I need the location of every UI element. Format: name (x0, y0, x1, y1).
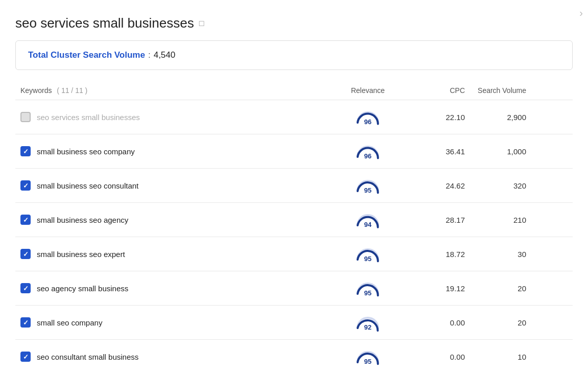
table-row[interactable]: small business seo company 96 36.41 1,00… (15, 134, 573, 169)
keyword-text: seo consultant small business (37, 353, 138, 361)
checkbox[interactable] (20, 112, 31, 122)
keyword-cell: small seo company (15, 317, 332, 328)
gauge-value: 92 (364, 323, 371, 331)
cluster-volume-box: Total Cluster Search Volume : 4,540 (15, 40, 573, 70)
keyword-cell: seo consultant small business (15, 352, 332, 362)
search-volume-cell: 30 (465, 250, 531, 259)
search-volume-cell: 320 (465, 181, 531, 190)
cpc-cell: 0.00 (404, 318, 465, 327)
copy-icon[interactable]: □ (199, 19, 204, 28)
col-header-search-volume: Search Volume (465, 86, 531, 95)
cpc-cell: 36.41 (404, 147, 465, 156)
checkbox[interactable] (20, 317, 31, 328)
search-volume-cell: 20 (465, 284, 531, 293)
col-header-keywords: Keywords ( 11 / 11 ) (15, 86, 332, 95)
page-wrapper: seo services small businesses □ Total Cl… (0, 0, 588, 373)
keyword-cell: small business seo expert (15, 249, 332, 259)
gauge-container: 95 (354, 244, 382, 264)
gauge-container: 92 (354, 313, 382, 332)
search-volume-cell: 10 (465, 353, 531, 361)
relevance-cell: 96 (332, 142, 404, 161)
checkbox[interactable] (20, 352, 31, 362)
cluster-volume-value: 4,540 (154, 50, 176, 60)
col-header-cpc: CPC (404, 86, 465, 95)
table-row[interactable]: small business seo agency 94 28.17 210 (15, 203, 573, 237)
col-header-relevance: Relevance (332, 86, 404, 95)
gauge-container: 95 (354, 347, 382, 366)
gauge-value: 96 (364, 118, 371, 126)
checkbox[interactable] (20, 146, 31, 156)
cpc-cell: 0.00 (404, 353, 465, 361)
page-title: seo services small businesses □ (15, 15, 573, 31)
table-row[interactable]: small business seo consultant 95 24.62 3… (15, 169, 573, 203)
gauge-container: 95 (354, 278, 382, 298)
gauge-container: 94 (354, 210, 382, 229)
table-header: Keywords ( 11 / 11 ) Relevance CPC Searc… (15, 82, 573, 100)
keyword-cell: small business seo company (15, 146, 332, 156)
keyword-text: small business seo company (37, 147, 135, 156)
gauge-value: 95 (364, 186, 371, 194)
checkbox[interactable] (20, 249, 31, 259)
table-row[interactable]: seo agency small business 95 19.12 20 (15, 271, 573, 306)
keyword-cell: seo services small businesses (15, 112, 332, 122)
search-volume-cell: 2,900 (465, 113, 531, 122)
keyword-cell: small business seo consultant (15, 180, 332, 191)
page-title-text: seo services small businesses (15, 15, 194, 31)
table-body: seo services small businesses 96 22.10 2… (15, 100, 573, 373)
search-volume-cell: 1,000 (465, 147, 531, 156)
cpc-cell: 24.62 (404, 181, 465, 190)
table-row[interactable]: seo services small businesses 96 22.10 2… (15, 100, 573, 134)
cpc-cell: 19.12 (404, 284, 465, 293)
cpc-cell: 28.17 (404, 216, 465, 224)
checkbox[interactable] (20, 215, 31, 225)
cpc-cell: 18.72 (404, 250, 465, 259)
keyword-text: small business seo agency (37, 216, 128, 224)
table-row[interactable]: small seo company 92 0.00 20 (15, 306, 573, 340)
keyword-cell: small business seo agency (15, 215, 332, 225)
gauge-value: 95 (364, 255, 371, 263)
relevance-cell: 94 (332, 210, 404, 229)
gauge-container: 96 (354, 142, 382, 161)
gauge-value: 95 (364, 358, 371, 365)
keyword-cell: seo agency small business (15, 283, 332, 293)
gauge-value: 94 (364, 221, 371, 228)
cluster-volume-label: Total Cluster Search Volume (28, 50, 145, 60)
gauge-value: 95 (364, 289, 371, 297)
keyword-text: small business seo expert (37, 250, 125, 259)
relevance-cell: 95 (332, 244, 404, 264)
keyword-text: small business seo consultant (37, 181, 138, 190)
checkbox[interactable] (20, 283, 31, 293)
relevance-cell: 95 (332, 278, 404, 298)
relevance-cell: 95 (332, 347, 404, 366)
table-row[interactable]: small business seo expert 95 18.72 30 (15, 237, 573, 271)
cluster-volume-separator: : (148, 50, 151, 60)
gauge-container: 95 (354, 176, 382, 195)
checkbox[interactable] (20, 180, 31, 191)
relevance-cell: 96 (332, 107, 404, 127)
search-volume-cell: 20 (465, 318, 531, 327)
relevance-cell: 95 (332, 176, 404, 195)
search-volume-cell: 210 (465, 216, 531, 224)
chevron-right-icon[interactable]: › (579, 7, 583, 19)
relevance-cell: 92 (332, 313, 404, 332)
gauge-container: 96 (354, 107, 382, 127)
keywords-table: Keywords ( 11 / 11 ) Relevance CPC Searc… (15, 82, 573, 373)
keyword-text: seo services small businesses (37, 113, 140, 122)
table-row[interactable]: seo consultant small business 95 0.00 10 (15, 340, 573, 373)
keyword-text: seo agency small business (37, 284, 128, 293)
keyword-text: small seo company (37, 318, 102, 327)
gauge-value: 96 (364, 152, 371, 160)
cpc-cell: 22.10 (404, 113, 465, 122)
